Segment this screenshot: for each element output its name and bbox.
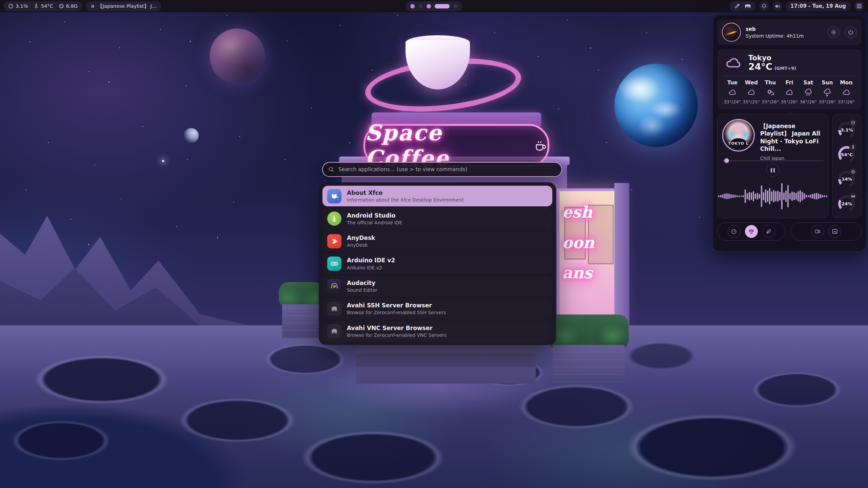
panel-right-cluster: 17:09 - Tue, 19 Aug — [729, 1, 864, 11]
avahi-vnc-icon — [327, 324, 341, 338]
app-title: About Xfce — [347, 189, 464, 197]
weather-timezone: (GMT+9) — [774, 66, 796, 71]
storm-icon — [823, 88, 832, 97]
weather-temp: 24°C — [748, 62, 772, 72]
sun-cloud-icon — [766, 88, 775, 97]
panel-left-cluster: 3.1% 54°C 6.8G — [3, 1, 161, 11]
clock-text: 17:09 - Tue, 19 Aug — [790, 3, 846, 9]
track-title: 【Japanese Playlist】 Japan All Night - To… — [760, 122, 824, 152]
gauge-icon — [849, 119, 857, 126]
gauge-icon — [8, 3, 14, 9]
app-title: Avahi SSH Server Browser — [347, 302, 446, 309]
app-row-android-studio[interactable]: Android Studio The official Android IDE — [322, 208, 552, 229]
app-title: Android Studio — [347, 212, 402, 219]
cpu-gauge: 3.1% — [837, 119, 856, 140]
screenshot-button[interactable] — [828, 225, 841, 238]
wrench-icon[interactable] — [734, 3, 740, 9]
app-row-audacity[interactable]: Audacity Sound Editor — [322, 276, 552, 297]
space-coffee-sign: Space Coffee — [363, 124, 549, 167]
window-neon-line: esh — [559, 197, 594, 228]
speaker-icon[interactable] — [772, 1, 782, 11]
weather-forecast: Tue 33°/24° Wed 35°/25° Thu 33°/26° Fri — [723, 80, 855, 104]
app-subtitle: AnyDesk — [347, 242, 375, 248]
workspace-dot-current[interactable] — [435, 4, 450, 8]
window-neon-line: ans — [559, 258, 594, 288]
app-search-bar[interactable] — [322, 162, 562, 177]
thermometer-icon — [34, 3, 39, 9]
app-title: Audacity — [347, 280, 377, 287]
app-row-about-xfce[interactable]: About Xfce Information about the Xfce De… — [322, 186, 552, 206]
audacity-icon — [327, 279, 341, 293]
search-icon — [328, 166, 334, 172]
cloud-icon — [785, 88, 794, 97]
forecast-day: Sun 33°/26° — [818, 80, 836, 104]
search-input[interactable] — [338, 166, 556, 173]
now-playing-text: 【Japanese Playlist】 J... — [98, 3, 157, 9]
balanced-mode-button[interactable] — [745, 225, 758, 238]
system-stats-pill[interactable]: 3.1% 54°C 6.8G — [3, 1, 82, 11]
cpu-value: 3.1% — [16, 3, 28, 9]
avatar[interactable] — [722, 23, 741, 42]
ram-gauge: 14% — [837, 168, 856, 189]
purple-planet — [210, 28, 265, 84]
app-row-avahi-ssh[interactable]: Avahi SSH Server Browser Browse for Zero… — [322, 298, 552, 319]
mode-button-group — [717, 222, 785, 241]
temp-stat: 54°C — [34, 3, 53, 9]
app-subtitle: Arduino IDE v2 — [347, 265, 395, 270]
workspace-dot[interactable] — [427, 4, 431, 8]
app-row-avahi-vnc[interactable]: Avahi VNC Server Browser Browse for Zero… — [322, 321, 552, 342]
weather-city: Tokyo — [748, 54, 796, 62]
workspace-switcher[interactable] — [406, 1, 462, 11]
apps-grid-icon[interactable] — [854, 1, 864, 11]
system-tray — [729, 1, 756, 11]
photo-icon[interactable] — [745, 3, 751, 9]
forecast-day: Wed 35°/25° — [742, 80, 761, 104]
settings-button[interactable] — [828, 26, 840, 38]
power-button[interactable] — [845, 26, 857, 38]
hedge — [549, 314, 629, 350]
workspace-dot[interactable] — [418, 4, 423, 8]
desktop: esh oon ans Space Coffee 3.1% — [0, 0, 868, 488]
cloud-icon — [728, 88, 737, 97]
app-title: Avahi VNC Server Browser — [347, 325, 447, 332]
power-icon — [848, 29, 854, 35]
forecast-day: Fri 35°/26° — [780, 80, 798, 104]
memory-value: 6.8G — [66, 3, 78, 9]
powersave-mode-button[interactable] — [762, 225, 775, 238]
bell-icon[interactable] — [759, 1, 769, 11]
image-icon — [832, 228, 838, 235]
top-panel: 3.1% 54°C 6.8G — [0, 0, 868, 12]
performance-mode-button[interactable] — [728, 225, 741, 238]
disk-gauge: 24% — [837, 192, 856, 214]
gear-icon — [831, 29, 837, 35]
app-title: Arduino IDE v2 — [347, 257, 395, 264]
bright-star — [162, 160, 164, 162]
screen-record-button[interactable] — [811, 225, 824, 238]
anydesk-icon — [327, 234, 341, 248]
forecast-day: Mon 33°/26° — [837, 80, 855, 104]
app-subtitle: Sound Editor — [347, 287, 377, 293]
cloud-icon — [747, 88, 756, 97]
earth-planet — [614, 64, 698, 147]
user-card: seb System Uptime: 4h11m — [717, 19, 862, 45]
cpu-stat: 3.1% — [8, 3, 28, 9]
app-launcher: About Xfce Information about the Xfce De… — [319, 182, 556, 345]
chip-icon — [59, 3, 64, 9]
now-playing-pill[interactable]: 【Japanese Playlist】 J... — [86, 1, 161, 11]
forecast-day: Thu 33°/26° — [761, 80, 780, 104]
app-row-arduino[interactable]: Arduino IDE v2 Arduino IDE v2 — [322, 253, 552, 274]
uptime-label: System Uptime: 4h11m — [746, 33, 823, 39]
divider — [723, 76, 855, 76]
clock[interactable]: 17:09 - Tue, 19 Aug — [786, 1, 851, 11]
workspace-dot[interactable] — [453, 4, 458, 8]
workspace-dot[interactable] — [410, 4, 415, 8]
user-name: seb — [746, 26, 823, 32]
app-subtitle: Information about the Xfce Desktop Envir… — [347, 197, 464, 203]
pause-button[interactable] — [766, 164, 779, 177]
app-row-anydesk[interactable]: AnyDesk AnyDesk — [322, 231, 552, 251]
progress-knob[interactable] — [724, 158, 729, 163]
app-subtitle: Browse for Zeroconf-enabled VNC Servers — [347, 332, 447, 338]
window-neon-line: oon — [559, 228, 594, 258]
progress-bar[interactable] — [722, 158, 824, 163]
pause-icon — [771, 168, 772, 172]
